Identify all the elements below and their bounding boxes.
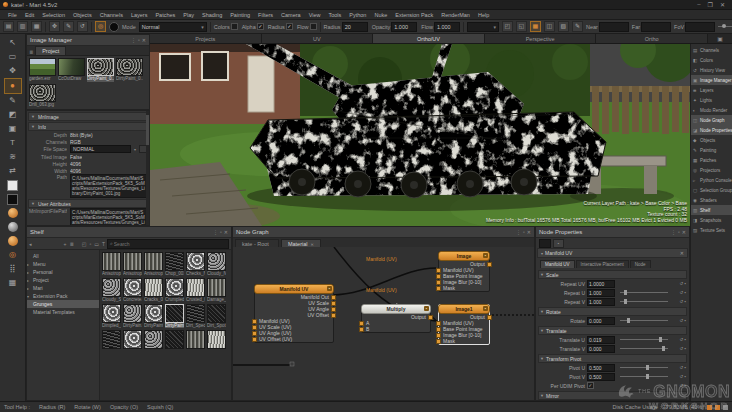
tool-button[interactable]: ▦ bbox=[5, 276, 21, 290]
tool-button[interactable]: T bbox=[5, 136, 21, 150]
transform-tool-icon[interactable]: ✥ bbox=[49, 21, 60, 32]
shelf-item-thumbnail[interactable] bbox=[102, 330, 121, 349]
fov-slider[interactable] bbox=[718, 26, 732, 27]
property-value-field[interactable]: 1.000 bbox=[587, 289, 615, 297]
menu-item[interactable]: Camera bbox=[277, 12, 305, 18]
palette-tab[interactable]: ◨ Snapshots bbox=[691, 215, 732, 225]
menu-item[interactable]: Shading bbox=[198, 12, 226, 18]
shelf-search[interactable]: ⌕ bbox=[107, 239, 229, 249]
panel-menu-icon[interactable]: ⋮ bbox=[213, 229, 218, 235]
menu-item[interactable]: Patches bbox=[151, 12, 179, 18]
tree-caret-icon[interactable]: ▸ bbox=[27, 262, 31, 267]
shelf-item-thumbnail[interactable] bbox=[123, 278, 142, 297]
property-slider[interactable] bbox=[620, 301, 668, 302]
close-button[interactable]: ✕ bbox=[720, 1, 725, 8]
property-reset-icons[interactable]: ↺ ▪ bbox=[673, 337, 686, 342]
shelf-item-thumbnail[interactable] bbox=[165, 278, 184, 297]
shelf-item-thumbnail[interactable] bbox=[186, 330, 205, 349]
property-value-field[interactable]: 0.500 bbox=[587, 364, 615, 372]
shelf-menu-icon[interactable]: ≣ bbox=[69, 241, 73, 247]
section-caret-icon[interactable]: ▼ bbox=[31, 201, 35, 206]
save-project-icon[interactable]: ▦ bbox=[31, 21, 42, 32]
panel-menu-icon[interactable]: ⋮ bbox=[671, 229, 676, 235]
camera-field-input[interactable] bbox=[641, 22, 671, 32]
shelf-item-thumbnail[interactable] bbox=[144, 278, 163, 297]
menu-item[interactable]: Edit bbox=[21, 12, 38, 18]
camera-field-input[interactable] bbox=[599, 22, 629, 32]
tool-button[interactable] bbox=[5, 192, 21, 206]
shelf-item[interactable] bbox=[165, 330, 184, 354]
shelf-tree-item[interactable]: ▸ Mari bbox=[27, 284, 99, 292]
shelf-item[interactable]: Crumpled... bbox=[165, 278, 184, 302]
tree-caret-icon[interactable]: ▸ bbox=[27, 278, 31, 283]
property-checkbox[interactable]: ✓ bbox=[587, 382, 594, 389]
shelf-item[interactable]: Chop_001 bbox=[165, 252, 184, 276]
palette-tab[interactable]: ◆ Objects bbox=[691, 135, 732, 145]
shelf-item-thumbnail[interactable] bbox=[144, 330, 163, 349]
shelf-item-thumbnail[interactable] bbox=[207, 304, 226, 323]
field-input[interactable]: 1.000 bbox=[434, 22, 460, 32]
panel-float-icon[interactable]: ▫ bbox=[220, 229, 222, 235]
new-project-icon[interactable]: ▤ bbox=[3, 21, 14, 32]
shelf-item-thumbnail[interactable] bbox=[165, 252, 184, 271]
palette-tab[interactable]: ◫ Node Graph bbox=[691, 115, 732, 125]
tab-project[interactable]: Project bbox=[35, 46, 66, 55]
panel-menu-icon[interactable]: ⋮ bbox=[131, 37, 136, 43]
thumbnail-image[interactable] bbox=[29, 84, 56, 102]
symmetry-grid-icon[interactable]: ▦ bbox=[530, 21, 541, 32]
property-reset-icons[interactable]: ↺ ▪ bbox=[673, 383, 686, 388]
shelf-item[interactable]: DirtyPaint... bbox=[165, 304, 184, 328]
tool-button[interactable]: ▭ bbox=[5, 50, 21, 64]
palette-tab[interactable]: ▤ Channels bbox=[691, 45, 732, 55]
section-caret-icon[interactable]: ▼ bbox=[540, 393, 544, 398]
shelf-item-thumbnail[interactable] bbox=[186, 278, 205, 297]
menu-item[interactable]: File bbox=[4, 12, 21, 18]
menu-item[interactable]: Extension Pack bbox=[391, 12, 437, 18]
property-value-field[interactable]: 0.000 bbox=[587, 317, 615, 325]
property-reset-icons[interactable]: ↺ ▪ bbox=[673, 299, 686, 304]
palette-tab[interactable]: ◪ Node Properties bbox=[691, 125, 732, 135]
node-multiply[interactable]: Multiply ▪ Output A bbox=[361, 304, 431, 333]
palette-tab[interactable]: ▦ Patches bbox=[691, 155, 732, 165]
tool-button[interactable]: ≋ bbox=[5, 150, 21, 164]
shelf-item[interactable]: Crusted_0... bbox=[186, 278, 205, 302]
tool-button[interactable]: ◎ bbox=[5, 248, 21, 262]
menu-item[interactable]: Objects bbox=[69, 12, 96, 18]
section-caret-icon[interactable]: ▼ bbox=[31, 124, 35, 129]
input-port[interactable] bbox=[436, 286, 441, 291]
thumbnail-image[interactable] bbox=[58, 58, 85, 76]
input-port[interactable] bbox=[436, 339, 441, 344]
palette-tab[interactable]: ▥ Shelf bbox=[691, 205, 732, 215]
tool-button[interactable]: ✎ bbox=[5, 94, 21, 108]
shelf-item[interactable]: Dirt_Spot... bbox=[207, 304, 226, 328]
view-small-icon[interactable]: ▫ bbox=[89, 241, 91, 247]
np-quick-field[interactable] bbox=[539, 239, 551, 248]
property-reset-icons[interactable]: ↺ ▪ bbox=[673, 374, 686, 379]
palette-tab[interactable]: ✦ Lights bbox=[691, 95, 732, 105]
shelf-item[interactable]: Cloudy_N... bbox=[207, 252, 226, 276]
property-value-field[interactable]: 0.500 bbox=[587, 373, 615, 381]
shelf-item[interactable]: Anisotrop... bbox=[144, 252, 163, 276]
shelf-item-thumbnail[interactable] bbox=[123, 252, 142, 271]
node-manifold-uv[interactable]: Manifold UV ▪ Manifold Out UV Scale bbox=[254, 284, 334, 343]
copy-buffer-icon[interactable]: ◰ bbox=[502, 21, 513, 32]
chevron-down-icon[interactable]: ▾ bbox=[134, 147, 136, 152]
node-settings-icon[interactable]: ▪ bbox=[483, 306, 488, 311]
property-slider[interactable] bbox=[620, 339, 668, 340]
shelf-item-thumbnail[interactable] bbox=[165, 304, 184, 323]
node-input-row[interactable]: Mask bbox=[439, 338, 489, 344]
section-caret-icon[interactable]: ▼ bbox=[540, 356, 544, 361]
node-input-row[interactable]: UV Offset (UV) bbox=[255, 336, 333, 342]
tab-close-icon[interactable]: ✕ bbox=[310, 242, 313, 247]
node-settings-icon[interactable]: ▪ bbox=[483, 253, 488, 258]
brush-target-icon[interactable]: ◎ bbox=[95, 21, 106, 32]
property-slider[interactable] bbox=[620, 348, 668, 349]
shelf-item-thumbnail[interactable] bbox=[102, 278, 121, 297]
shelf-tree-item[interactable]: ▾ Extension Pack bbox=[27, 292, 99, 300]
node-graph-canvas[interactable]: Manifold UV ▪ Manifold Out UV Scale bbox=[233, 247, 534, 400]
shelf-item[interactable] bbox=[186, 330, 205, 354]
viewport-tab[interactable]: Projects bbox=[150, 34, 262, 43]
viewport-tab[interactable]: Ortho bbox=[596, 34, 708, 43]
shelf-item-thumbnail[interactable] bbox=[144, 252, 163, 271]
property-value-field[interactable]: 0.000 bbox=[587, 345, 615, 353]
